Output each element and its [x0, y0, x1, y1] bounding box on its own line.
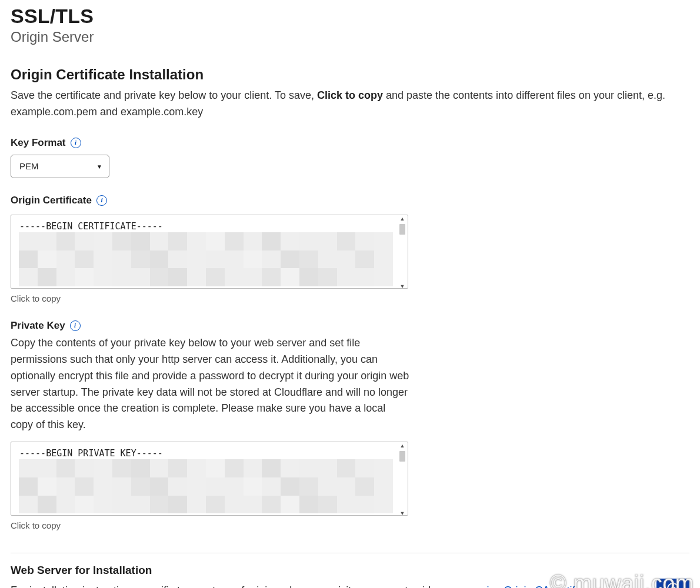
intro-bold: Click to copy [317, 89, 383, 101]
install-text: For installation instructions specific t… [11, 583, 689, 588]
key-format-select[interactable]: PEM [11, 155, 109, 178]
page-title: SSL/TLS [11, 5, 689, 28]
scrollbar[interactable]: ▲ ▼ [397, 442, 408, 517]
origin-cert-label: Origin Certificate [11, 195, 92, 206]
origin-cert-textarea[interactable] [11, 215, 408, 289]
scroll-down-icon[interactable]: ▼ [400, 510, 405, 517]
origin-cert-label-row: Origin Certificate i [11, 195, 689, 206]
section-heading: Origin Certificate Installation [11, 66, 689, 83]
scrollbar[interactable]: ▲ ▼ [397, 215, 408, 290]
scroll-down-icon[interactable]: ▼ [400, 283, 405, 290]
info-icon[interactable]: i [71, 138, 81, 148]
private-key-description: Copy the contents of your private key be… [11, 335, 411, 433]
scroll-up-icon[interactable]: ▲ [400, 442, 405, 450]
managing-origin-ca-link[interactable]: managing Origin CA certificates [454, 584, 602, 588]
intro-text-before: Save the certificate and private key bel… [11, 89, 317, 101]
origin-cert-copy-hint[interactable]: Click to copy [11, 293, 689, 303]
private-key-label-row: Private Key i [11, 320, 689, 332]
scroll-thumb[interactable] [399, 224, 405, 235]
key-format-label-row: Key Format i [11, 137, 689, 149]
info-icon[interactable]: i [96, 195, 107, 206]
divider [11, 553, 689, 553]
install-heading: Web Server for Installation [11, 564, 689, 577]
scroll-up-icon[interactable]: ▲ [400, 215, 405, 223]
install-text-after: . [603, 584, 606, 588]
key-format-label: Key Format [11, 137, 66, 149]
page-subtitle: Origin Server [11, 29, 689, 45]
info-icon[interactable]: i [70, 320, 81, 331]
install-text-before: For installation instructions specific t… [11, 584, 454, 588]
help-widget[interactable] [656, 579, 689, 588]
private-key-textarea[interactable] [11, 442, 408, 516]
scroll-thumb[interactable] [399, 451, 405, 462]
section-intro: Save the certificate and private key bel… [11, 88, 681, 121]
private-key-label: Private Key [11, 320, 65, 332]
origin-cert-box[interactable]: ▲ ▼ [11, 215, 408, 291]
private-key-copy-hint[interactable]: Click to copy [11, 520, 689, 530]
private-key-box[interactable]: ▲ ▼ [11, 442, 408, 518]
